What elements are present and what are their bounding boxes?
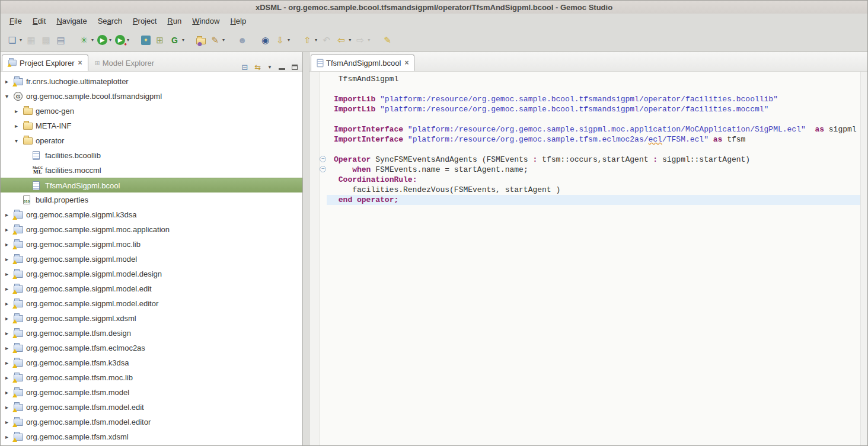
fold-marker-icon[interactable]: − (320, 166, 326, 172)
expand-arrow-icon[interactable]: ▾ (5, 93, 14, 100)
tree-item[interactable]: ▾operator (1, 133, 302, 148)
code-line[interactable]: −Operator SyncFSMEventsAndAgents (FSMEve… (327, 155, 860, 165)
code-line[interactable]: ImportInterface "platform:/resource/org.… (327, 124, 860, 134)
expand-arrow-icon[interactable]: ▾ (15, 137, 23, 144)
new-grid-button[interactable]: ⊞ (153, 33, 167, 48)
mark-occurrences-button[interactable]: ✎ (381, 33, 394, 48)
tree-item[interactable]: ▸org.gemoc.sample.sigpml.model.editor (1, 296, 302, 311)
tree-item[interactable]: MoCCMLfacilities.moccml (1, 163, 302, 178)
web-browser-button[interactable]: ◉ (259, 33, 272, 48)
dropdown-arrow-icon[interactable]: ▾ (182, 37, 184, 43)
menu-project[interactable]: Project (127, 15, 162, 27)
next-annotation-icon: ⇧ (302, 34, 313, 46)
tree-item[interactable]: ▸META-INF (1, 118, 302, 133)
tree-item[interactable]: ▸org.gemoc.sample.sigpml.model.edit (1, 281, 302, 296)
tree-item-label: org.gemoc.sample.sigpml.model.editor (26, 299, 158, 308)
dropdown-arrow-icon[interactable]: ▾ (222, 37, 225, 43)
menu-search[interactable]: Search (92, 15, 127, 27)
back-button[interactable]: ⇦▾ (334, 33, 352, 48)
code-line[interactable]: ImportLib "platform:/resource/org.gemoc.… (327, 94, 860, 104)
tree-item[interactable]: ▸org.gemoc.sample.sigpml.model.design (1, 267, 302, 281)
open-model-folder-button[interactable]: ● (195, 33, 207, 48)
tree-item[interactable]: ▸org.gemoc.sample.tfsm.xdsml (1, 429, 302, 444)
link-with-editor-icon[interactable]: ⇆ (254, 63, 261, 71)
tree-item[interactable]: ▾Gorg.gemoc.sample.bcool.tfsmandsigpml (1, 89, 302, 104)
annotation-ruler[interactable] (309, 72, 320, 445)
close-editor-tab-icon[interactable]: × (404, 59, 409, 67)
tree-item[interactable]: ▸org.gemoc.sample.tfsm.model.editor (1, 415, 302, 429)
tab-model-explorer[interactable]: ⊞ Model Explorer (90, 54, 162, 71)
dropdown-arrow-icon[interactable]: ▾ (20, 37, 22, 43)
close-tab-icon[interactable]: × (78, 59, 82, 67)
code-line[interactable]: end operator; (327, 195, 860, 205)
tree-item[interactable]: ▸org.gemoc.sample.tfsm.eclmoc2as (1, 341, 302, 355)
menu-file[interactable]: File (4, 15, 27, 27)
forward-icon: ⇨ (355, 34, 366, 46)
code-line[interactable] (327, 114, 860, 124)
tree-item[interactable]: TfsmAndSigpml.bcool (1, 178, 302, 192)
brush-button[interactable]: ✎▾ (208, 33, 226, 48)
view-menu-icon[interactable]: ▼ (267, 65, 272, 70)
menu-window[interactable]: Window (187, 15, 225, 27)
expand-arrow-icon[interactable]: ▸ (15, 123, 23, 129)
person-button[interactable]: ☻ (235, 33, 249, 48)
new-wizard-button[interactable]: ❏▾ (5, 33, 23, 48)
new-wizard-icon: ❏ (7, 34, 18, 46)
person-icon: ☻ (237, 34, 248, 46)
tree-item[interactable]: ▸org.gemoc.sample.sigpml.model (1, 252, 302, 267)
code-line[interactable]: ImportLib "platform:/resource/org.gemoc.… (327, 104, 860, 114)
code-editor[interactable]: TfsmAndSigpml ImportLib "platform:/resou… (320, 72, 860, 445)
plugin-project-icon (14, 404, 23, 411)
tree-item[interactable]: 010build.properties (1, 192, 302, 207)
dropdown-arrow-icon[interactable]: ▾ (288, 37, 290, 43)
dropdown-arrow-icon[interactable]: ▾ (349, 37, 351, 43)
run-config-button[interactable]: ▶●▾ (114, 33, 130, 48)
tab-editor-tfsmandsigpml[interactable]: TfsmAndSigpml.bcool × (311, 54, 414, 71)
menu-navigate[interactable]: Navigate (51, 15, 92, 27)
menu-help[interactable]: Help (225, 15, 251, 27)
code-line[interactable]: − when FSMEvents.name = startAgent.name; (327, 165, 860, 175)
code-line[interactable] (327, 84, 860, 94)
tab-project-explorer[interactable]: Project Explorer × (2, 54, 88, 71)
overview-ruler[interactable] (860, 72, 867, 445)
code-line[interactable]: facilities.RendezVous(FSMEvents, startAg… (327, 185, 860, 195)
tree-item-label: META-INF (36, 121, 71, 130)
tree-item[interactable]: ▸org.gemoc.sample.tfsm.design (1, 326, 302, 341)
next-annotation-button[interactable]: ⇧▾ (301, 33, 318, 48)
code-line[interactable]: ImportInterface "platform:/resource/org.… (327, 134, 860, 145)
dropdown-arrow-icon[interactable]: ▾ (315, 37, 317, 43)
tree-item[interactable]: ▸org.gemoc.sample.sigpml.k3dsa (1, 207, 302, 222)
expand-arrow-icon[interactable]: ▸ (15, 108, 23, 114)
dropdown-arrow-icon[interactable]: ▾ (109, 37, 111, 43)
tree-item[interactable]: ▸fr.cnrs.luchogie.ultimateplotter (1, 74, 302, 89)
dropdown-arrow-icon[interactable]: ▾ (127, 37, 129, 43)
menu-run[interactable]: Run (162, 15, 187, 27)
code-line[interactable] (327, 145, 860, 155)
import-button[interactable]: ⇩▾ (273, 33, 291, 48)
tree-item[interactable]: ▸org.gemoc.sample.tfsm.moc.lib (1, 370, 302, 385)
tree-item-label: org.gemoc.sample.sigpml.k3dsa (26, 210, 136, 219)
menu-edit[interactable]: Edit (27, 15, 51, 27)
tree-item[interactable]: ▸org.gemoc.sample.sigpml.xdsml (1, 311, 302, 326)
dropdown-arrow-icon[interactable]: ▾ (368, 37, 370, 43)
tree-item[interactable]: ▸org.gemoc.sample.tfsm.model (1, 385, 302, 400)
maximize-icon[interactable] (292, 65, 298, 70)
panel-sash[interactable] (303, 52, 309, 445)
minimize-icon[interactable] (279, 68, 285, 70)
tree-item[interactable]: ▸org.gemoc.sample.sigpml.moc.lib (1, 237, 302, 252)
fold-marker-icon[interactable]: − (320, 156, 326, 162)
tree-item[interactable]: ▸gemoc-gen (1, 104, 302, 118)
generate-button[interactable]: G▾ (168, 33, 186, 48)
code-line[interactable]: TfsmAndSigpml (327, 74, 860, 84)
tree-item[interactable]: ▸org.gemoc.sample.sigpml.moc.application (1, 222, 302, 237)
code-line[interactable]: CoordinationRule: (327, 175, 860, 185)
new-view-button[interactable]: ✦ (140, 33, 152, 48)
run-button[interactable]: ▶▾ (96, 33, 113, 48)
tree-item[interactable]: ▸org.gemoc.sample.tfsm.k3dsa (1, 355, 302, 370)
tree-item[interactable]: ▸org.gemoc.sample.tfsm.model.edit (1, 400, 302, 415)
debug-button[interactable]: ✳▾ (77, 33, 95, 48)
tree-item[interactable]: facilities.bcoollib (1, 148, 302, 163)
dropdown-arrow-icon[interactable]: ▾ (91, 37, 94, 43)
print-button[interactable]: ▤ (54, 33, 68, 48)
collapse-all-icon[interactable]: ⊟ (241, 63, 248, 71)
